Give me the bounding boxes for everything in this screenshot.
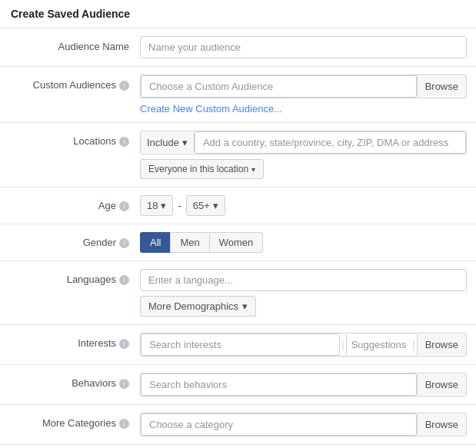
- locations-row: Locations i Include ▾ Everyone in this l…: [0, 123, 476, 187]
- behaviors-input-col: Browse: [140, 373, 467, 397]
- gender-options: All Men Women: [140, 232, 467, 253]
- connections-row: Connections i Add a connection type ▾: [0, 445, 476, 448]
- gender-women-button[interactable]: Women: [209, 232, 264, 253]
- age-label: Age i: [9, 195, 140, 211]
- page-title: Create Saved Audience: [0, 0, 476, 28]
- age-from-select[interactable]: 18 ▾: [140, 195, 173, 216]
- age-to-select[interactable]: 65+ ▾: [186, 195, 225, 216]
- create-custom-audience-link[interactable]: Create New Custom Audience...: [140, 103, 467, 114]
- gender-input-col: All Men Women: [140, 232, 467, 253]
- audience-name-input-col: [140, 36, 467, 58]
- gender-row: Gender i All Men Women: [0, 224, 476, 261]
- behaviors-input[interactable]: [141, 373, 417, 396]
- age-from-arrow-icon: ▾: [161, 200, 166, 211]
- locations-info-icon: i: [119, 137, 129, 147]
- interests-info-icon: i: [119, 339, 129, 349]
- more-demo-arrow-icon: ▾: [242, 300, 248, 312]
- languages-input[interactable]: [140, 269, 467, 291]
- locations-field: Include ▾: [140, 131, 467, 154]
- behaviors-info-icon: i: [119, 379, 129, 389]
- interests-suggestions-link[interactable]: Suggestions: [346, 334, 411, 355]
- behaviors-browse-button[interactable]: Browse: [417, 374, 466, 395]
- age-info-icon: i: [119, 201, 129, 211]
- interests-label: Interests i: [9, 333, 140, 349]
- age-separator: -: [178, 200, 181, 211]
- more-categories-input-col: Browse: [140, 413, 467, 436]
- custom-audiences-label: Custom Audiences i: [9, 75, 140, 91]
- audience-name-label: Audience Name: [9, 36, 140, 52]
- audience-name-row: Audience Name: [0, 28, 476, 67]
- more-categories-browse-button[interactable]: Browse: [417, 414, 466, 435]
- age-input-col: 18 ▾ - 65+ ▾: [140, 195, 467, 216]
- age-row: Age i 18 ▾ - 65+ ▾: [0, 187, 476, 224]
- gender-info-icon: i: [119, 238, 129, 248]
- everyone-arrow-icon: ▾: [251, 165, 255, 174]
- custom-audiences-input-col: Browse Create New Custom Audience...: [140, 75, 467, 114]
- locations-input[interactable]: [195, 131, 466, 154]
- custom-audiences-field: Browse: [140, 75, 467, 98]
- age-range-row: 18 ▾ - 65+ ▾: [140, 195, 467, 216]
- include-arrow-icon: ▾: [182, 137, 188, 148]
- audience-name-input[interactable]: [140, 36, 467, 58]
- custom-audiences-info-icon: i: [119, 81, 129, 91]
- languages-info-icon: i: [119, 275, 129, 285]
- more-categories-info-icon: i: [119, 419, 129, 429]
- more-demographics-button[interactable]: More Demographics ▾: [140, 296, 256, 317]
- more-categories-field: Browse: [140, 413, 467, 436]
- gender-all-button[interactable]: All: [140, 232, 170, 253]
- interests-row: Interests i | Suggestions | Browse: [0, 325, 476, 365]
- behaviors-label: Behaviors i: [9, 373, 140, 389]
- behaviors-field: Browse: [140, 373, 467, 397]
- locations-label: Locations i: [9, 131, 140, 147]
- custom-audiences-browse-button[interactable]: Browse: [417, 76, 466, 97]
- languages-label: Languages i: [9, 269, 140, 285]
- gender-men-button[interactable]: Men: [170, 232, 208, 253]
- interests-input[interactable]: [141, 334, 340, 356]
- age-to-arrow-icon: ▾: [213, 200, 218, 211]
- languages-input-col: More Demographics ▾: [140, 269, 467, 317]
- locations-input-col: Include ▾ Everyone in this location ▾: [140, 131, 467, 179]
- gender-label: Gender i: [9, 232, 140, 248]
- locations-include-select[interactable]: Include ▾: [141, 132, 195, 153]
- behaviors-row: Behaviors i Browse: [0, 365, 476, 405]
- interests-field: | Suggestions | Browse: [140, 333, 467, 357]
- more-categories-label: More Categories i: [9, 413, 140, 429]
- interests-browse-button[interactable]: Browse: [417, 334, 466, 355]
- custom-audiences-input[interactable]: [141, 75, 417, 98]
- more-categories-row: More Categories i Browse: [0, 405, 476, 445]
- languages-row: Languages i More Demographics ▾: [0, 261, 476, 325]
- locations-everyone-dropdown[interactable]: Everyone in this location ▾: [140, 159, 264, 179]
- interests-input-col: | Suggestions | Browse: [140, 333, 467, 357]
- custom-audiences-row: Custom Audiences i Browse Create New Cus…: [0, 67, 476, 123]
- more-categories-input[interactable]: [141, 413, 417, 436]
